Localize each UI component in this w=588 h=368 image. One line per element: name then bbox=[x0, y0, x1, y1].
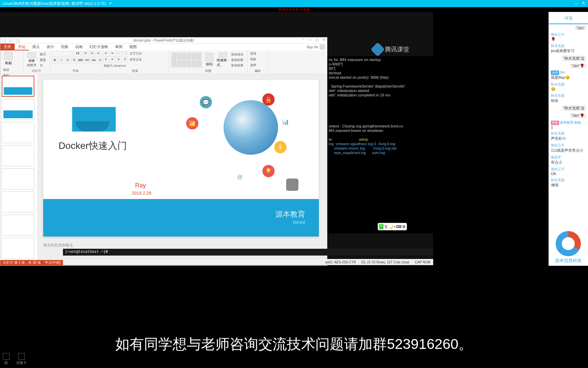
user-account[interactable]: Ray He bbox=[307, 44, 327, 50]
new-slide-button[interactable]: 新建 幻灯片 bbox=[26, 52, 38, 67]
align-center-icon[interactable]: ≡ bbox=[110, 57, 115, 63]
tencent-classroom-watermark: 腾讯课堂 bbox=[373, 44, 409, 55]
layout-button[interactable]: 版式 bbox=[39, 52, 47, 57]
tab-design[interactable]: 设计 bbox=[43, 44, 58, 50]
ime-toolbar[interactable]: S 五 🌙 • ⌨ ⚙ bbox=[378, 223, 407, 230]
ime-dot-icon[interactable]: • bbox=[394, 225, 395, 229]
font-size-select[interactable]: 18 bbox=[74, 51, 82, 57]
tab-file[interactable]: 文件 bbox=[0, 44, 15, 50]
current-slide[interactable]: Docker快速入门 💬 🔒 📶 📊 $ 💡 @ Ray 2018.2.28 源… bbox=[43, 80, 319, 236]
chat-message: 弱水三千111就是声音有点小 bbox=[551, 143, 586, 153]
cut-button[interactable]: 剪切 bbox=[2, 67, 13, 73]
section-button[interactable]: 节 bbox=[39, 63, 47, 68]
slide-editor[interactable]: Docker快速入门 💬 🔒 📶 📊 $ 💡 @ Ray 2018.2.28 源… bbox=[38, 74, 327, 262]
shrink-font-icon[interactable]: A bbox=[89, 51, 95, 57]
clear-fmt-icon[interactable]: A bbox=[96, 51, 101, 57]
win-min-icon[interactable]: — bbox=[307, 38, 313, 43]
case-icon[interactable]: Aa bbox=[91, 58, 96, 63]
italic-icon[interactable]: I bbox=[59, 58, 64, 63]
thumb-3[interactable] bbox=[2, 122, 34, 143]
win-max-icon[interactable]: ▢ bbox=[314, 38, 320, 43]
ribbon: 粘贴 剪切 复制 格式刷 剪贴板 新建 幻灯片 版式 重置 节 bbox=[0, 50, 327, 74]
chat-message: 老师Jim我是Ray😏 bbox=[551, 71, 586, 80]
indent-dec-icon[interactable]: ← bbox=[116, 51, 121, 57]
ime-mode[interactable]: 五 bbox=[384, 224, 388, 229]
thumb-6[interactable] bbox=[2, 191, 34, 213]
ime-moon-icon[interactable]: 🌙 bbox=[389, 225, 393, 229]
minimize-icon[interactable]: — bbox=[574, 1, 578, 6]
text-dir-button[interactable]: 文字方向 bbox=[129, 51, 143, 57]
ribbon-tabs: 文件 开始 插入 设计 切换 动画 幻灯片放映 审阅 视图 Ray He bbox=[0, 44, 327, 50]
thumb-8[interactable] bbox=[2, 238, 34, 259]
spacing-icon[interactable]: AV bbox=[84, 58, 90, 63]
terminal-output[interactable]: ns for JMX exposure on startup o-9000"] … bbox=[327, 56, 433, 233]
share-icon[interactable]: ↗ bbox=[109, 1, 112, 6]
tab-transitions[interactable]: 切换 bbox=[58, 44, 72, 50]
align-text-button[interactable]: 对齐文本 bbox=[129, 57, 143, 63]
chat-messages[interactable]: "Jim"弱水三千🌹秋水无痕jim老师爱学习"秋水无痕"这"Jim"🌹老师Jim… bbox=[549, 24, 588, 266]
chat-message: "秋水无痕"这 bbox=[551, 56, 586, 61]
taskbar-item-2[interactable]: 答题卡 bbox=[16, 353, 27, 365]
chat-tab-discuss[interactable]: 讨论 bbox=[549, 12, 588, 24]
thumb-7[interactable] bbox=[2, 215, 34, 236]
chat-bubble-icon: 💬 bbox=[200, 96, 212, 108]
justify-icon[interactable]: ≡ bbox=[122, 57, 128, 63]
redo-icon[interactable] bbox=[15, 38, 20, 43]
bold-icon[interactable]: B bbox=[52, 58, 58, 63]
thumb-4[interactable] bbox=[2, 145, 34, 166]
ime-gear-icon[interactable]: ⚙ bbox=[402, 225, 406, 229]
arrange-button[interactable]: 排列 bbox=[203, 52, 215, 67]
find-button[interactable]: 查找 bbox=[249, 51, 257, 56]
tab-view[interactable]: 视图 bbox=[126, 44, 140, 50]
grow-font-icon[interactable]: A bbox=[83, 51, 88, 57]
tab-slideshow[interactable]: 幻灯片放映 bbox=[86, 44, 112, 50]
terminal-prompt[interactable]: [root@localhost ~]# bbox=[63, 249, 433, 256]
quick-style-button[interactable]: 快速样式 bbox=[217, 52, 229, 67]
thumb-1[interactable] bbox=[2, 76, 34, 97]
reset-button[interactable]: 重置 bbox=[39, 58, 47, 63]
tab-animations[interactable]: 动画 bbox=[72, 44, 86, 50]
lang-indicator[interactable]: 中文(中国) bbox=[45, 260, 61, 265]
numbering-icon[interactable]: ≡ bbox=[110, 51, 115, 57]
win-close-icon[interactable]: ✕ bbox=[321, 38, 327, 43]
save-icon[interactable] bbox=[2, 38, 6, 43]
smartart-button[interactable]: 转换为 SmartArt bbox=[103, 63, 127, 69]
shape-effect-button[interactable]: 形状效果 bbox=[230, 63, 244, 68]
ribbon-opts-icon[interactable]: ⌃ bbox=[300, 38, 307, 43]
align-right-icon[interactable]: ≡ bbox=[116, 57, 121, 63]
slide-title[interactable]: Docker快速入门 bbox=[59, 139, 127, 152]
font-family-select[interactable] bbox=[52, 51, 72, 57]
undo-icon[interactable] bbox=[9, 38, 13, 43]
bullets-icon[interactable]: ≡ bbox=[103, 51, 109, 57]
notes-placeholder[interactable]: 单击此处添加备注 bbox=[43, 243, 322, 248]
indent-inc-icon[interactable]: → bbox=[122, 51, 128, 57]
chat-message: 秋水无痕😏 bbox=[551, 82, 586, 91]
taskbar-item-1[interactable]: 刷 bbox=[3, 353, 10, 365]
align-left-icon[interactable]: ≡ bbox=[103, 57, 109, 63]
underline-icon[interactable]: U bbox=[65, 58, 70, 63]
slide-counter: 幻灯片 第 1 张，共 30 张 bbox=[3, 260, 41, 265]
powerpoint-window: docker.pptx - PowerPoint(产品激活失败) ⌃ — ▢ ✕… bbox=[0, 37, 327, 266]
slide-date[interactable]: 2018.2.28 bbox=[132, 190, 151, 196]
shapes-gallery[interactable] bbox=[171, 52, 202, 67]
tab-review[interactable]: 审阅 bbox=[112, 44, 126, 50]
thumb-5[interactable] bbox=[2, 168, 34, 189]
tab-insert[interactable]: 插入 bbox=[29, 44, 43, 50]
caps-num: CAP NUM bbox=[415, 260, 430, 264]
ime-kbd-icon[interactable]: ⌨ bbox=[396, 225, 402, 229]
replace-button[interactable]: 替换 bbox=[249, 57, 257, 62]
shadow-icon[interactable]: abc bbox=[78, 58, 83, 63]
shape-fill-button[interactable]: 形状填充 bbox=[230, 52, 244, 57]
strike-icon[interactable]: S bbox=[71, 58, 77, 63]
group-edit-label: 编辑 bbox=[249, 69, 265, 73]
thumb-2[interactable] bbox=[2, 99, 34, 120]
slide-author[interactable]: Ray bbox=[135, 182, 146, 189]
paste-button[interactable]: 粘贴 bbox=[2, 51, 15, 66]
pin-icon[interactable]: ⇱ bbox=[582, 1, 585, 6]
slide-thumbnails[interactable] bbox=[0, 74, 38, 262]
select-button[interactable]: 选择 bbox=[249, 63, 257, 68]
tab-home[interactable]: 开始 bbox=[15, 44, 29, 50]
shape-outline-button[interactable]: 形状轮廓 bbox=[230, 58, 244, 63]
group-draw-label: 绘图 bbox=[171, 69, 245, 73]
tencent-logo-icon bbox=[371, 42, 385, 57]
